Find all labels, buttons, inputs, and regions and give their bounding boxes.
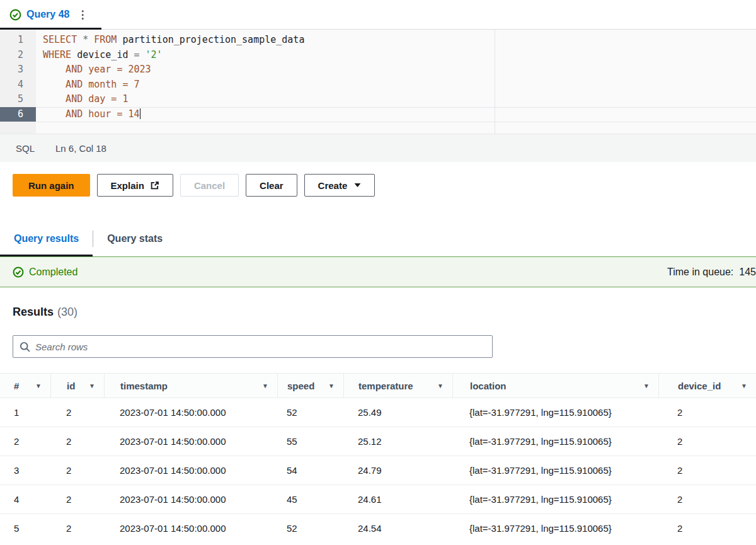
tab-query-stats-label: Query stats (107, 233, 163, 244)
table-cell: {lat=-31.977291, lng=115.910065} (452, 407, 658, 418)
table-cell: 1 (0, 407, 50, 418)
code-token: * (77, 34, 94, 45)
code-token: '2' (146, 49, 163, 60)
column-label: location (470, 381, 507, 391)
line-number: 2 (0, 48, 36, 63)
table-row[interactable]: 222023-07-01 14:50:00.0005525.12{lat=-31… (0, 427, 756, 456)
cancel-button[interactable]: Cancel (180, 174, 239, 197)
cancel-label: Cancel (194, 180, 225, 191)
table-cell: 2 (658, 494, 756, 505)
line-number: 5 (0, 92, 36, 107)
table-cell: 54 (277, 465, 343, 476)
clear-button[interactable]: Clear (246, 174, 297, 197)
table-cell: 2023-07-01 14:50:00.000 (104, 494, 277, 505)
kebab-menu-icon[interactable]: ⋮ (74, 8, 90, 21)
column-label: speed (287, 381, 314, 391)
code-token: = (134, 49, 146, 60)
results-tab-bar: Query results Query stats (0, 221, 756, 256)
search-input[interactable] (35, 341, 486, 352)
code-line[interactable]: AND month = 7 (43, 77, 756, 93)
code-line[interactable]: AND year = 2023 (43, 62, 756, 77)
column-filter-icon[interactable]: ▼ (643, 382, 650, 389)
time-in-queue: Time in queue:145 (667, 267, 756, 278)
table-cell: 2023-07-01 14:50:00.000 (104, 436, 277, 447)
column-header-speed[interactable]: speed▼ (277, 374, 343, 398)
table-row[interactable]: 322023-07-01 14:50:00.0005424.79{lat=-31… (0, 456, 756, 485)
table-header-row: #▼id▼timestamp▼speed▼temperature▼locatio… (0, 374, 756, 398)
table-row[interactable]: 522023-07-01 14:50:00.0005224.54{lat=-31… (0, 513, 756, 542)
chevron-down-icon (354, 183, 361, 188)
column-header-location[interactable]: location▼ (452, 374, 658, 398)
column-filter-icon[interactable]: ▼ (35, 382, 42, 389)
code-token: partition_projection_sample_data (117, 34, 304, 45)
results-table: #▼id▼timestamp▼speed▼temperature▼locatio… (0, 373, 756, 542)
query-tab[interactable]: Query 48 ⋮ (0, 0, 101, 29)
code-line[interactable]: SELECT * FROM partition_projection_sampl… (43, 33, 756, 48)
table-cell: 5 (0, 523, 50, 534)
clear-label: Clear (260, 180, 284, 191)
table-cell: 2 (658, 523, 756, 534)
line-number: 4 (0, 77, 36, 93)
table-cell: 2 (50, 407, 104, 418)
editor-gutter: 123456 (0, 30, 36, 134)
table-cell: 24.61 (343, 494, 452, 505)
column-label: timestamp (120, 381, 168, 391)
sql-editor[interactable]: 123456 SELECT * FROM partition_projectio… (0, 30, 756, 134)
column-label: id (67, 381, 75, 391)
code-token: AND month = 7 (43, 79, 140, 90)
column-filter-icon[interactable]: ▼ (262, 382, 268, 389)
cursor-position-label: Ln 6, Col 18 (55, 143, 106, 154)
column-filter-icon[interactable]: ▼ (89, 382, 95, 389)
table-cell: 25.49 (343, 407, 452, 418)
completed-check-icon (13, 267, 24, 278)
column-filter-icon[interactable]: ▼ (437, 382, 444, 389)
tab-query-results[interactable]: Query results (0, 221, 93, 256)
table-cell: 2 (50, 494, 104, 505)
external-link-icon (150, 181, 159, 190)
table-cell: 2 (50, 523, 104, 534)
table-cell: 4 (0, 494, 50, 505)
column-header-device_id[interactable]: device_id▼ (658, 374, 756, 398)
status-banner-left: Completed (13, 267, 77, 278)
column-header-row-number[interactable]: #▼ (0, 374, 50, 398)
table-cell: 24.79 (343, 465, 452, 476)
column-header-timestamp[interactable]: timestamp▼ (104, 374, 277, 398)
table-row[interactable]: 122023-07-01 14:50:00.0005225.49{lat=-31… (0, 398, 756, 427)
table-row[interactable]: 422023-07-01 14:50:00.0004524.61{lat=-31… (0, 485, 756, 513)
column-filter-icon[interactable]: ▼ (741, 382, 747, 389)
column-filter-icon[interactable]: ▼ (328, 382, 335, 389)
code-token: SELECT (43, 34, 77, 45)
tab-query-stats[interactable]: Query stats (93, 221, 176, 256)
search-box[interactable] (13, 335, 493, 358)
time-in-queue-label: Time in queue: (667, 267, 733, 277)
line-number: 6 (0, 107, 36, 122)
code-token: device_id (71, 49, 134, 60)
line-number: 1 (0, 33, 36, 48)
table-cell: 2 (50, 436, 104, 447)
table-cell: 2 (0, 436, 50, 447)
code-token: AND day = 1 (43, 93, 128, 105)
status-badge: Completed (29, 267, 77, 278)
code-token: FROM (94, 34, 117, 45)
editor-status-bar: SQL Ln 6, Col 18 (0, 134, 756, 162)
query-tab-title: Query 48 (26, 9, 69, 20)
explain-button[interactable]: Explain (97, 174, 173, 197)
table-cell: {lat=-31.977291, lng=115.910065} (452, 436, 658, 447)
results-title: Results (13, 306, 54, 318)
code-lines[interactable]: SELECT * FROM partition_projection_sampl… (36, 30, 756, 134)
code-line[interactable]: AND hour = 14 (43, 107, 756, 122)
code-line[interactable]: WHERE device_id = '2' (43, 48, 756, 63)
create-button[interactable]: Create (304, 174, 375, 197)
table-cell: 3 (0, 465, 50, 476)
table-cell: 52 (277, 523, 343, 534)
code-line[interactable]: AND day = 1 (43, 92, 756, 107)
column-header-temperature[interactable]: temperature▼ (343, 374, 452, 398)
table-cell: {lat=-31.977291, lng=115.910065} (452, 494, 658, 505)
table-cell: 2023-07-01 14:50:00.000 (104, 523, 277, 534)
table-cell: 55 (277, 436, 343, 447)
column-label: # (14, 381, 19, 391)
query-success-icon (9, 9, 21, 21)
run-again-button[interactable]: Run again (13, 174, 90, 197)
column-header-id[interactable]: id▼ (50, 374, 104, 398)
table-cell: {lat=-31.977291, lng=115.910065} (452, 523, 658, 534)
